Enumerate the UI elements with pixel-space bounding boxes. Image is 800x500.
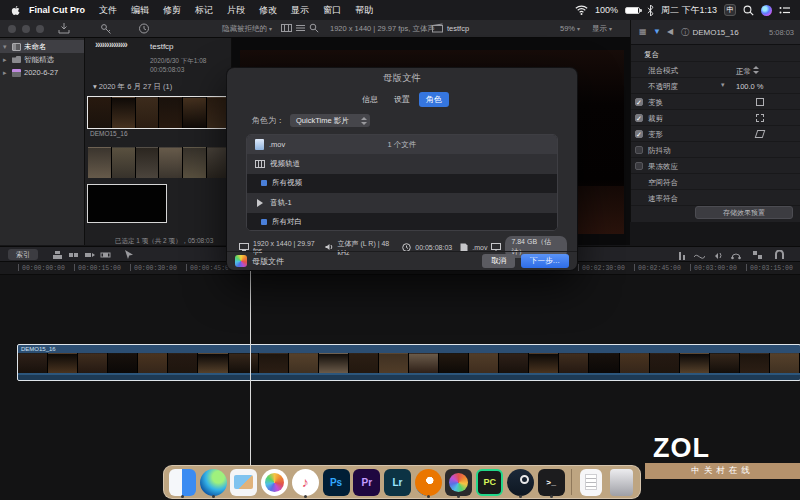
project-name[interactable]: testfcp <box>150 42 174 51</box>
effects-browser-icon[interactable] <box>752 250 764 260</box>
role-row[interactable]: .mov 1 个文件 <box>247 135 557 154</box>
role-row[interactable]: 所有视频 <box>247 174 557 193</box>
list-view-icon[interactable] <box>295 23 306 33</box>
clock[interactable]: 周二 下午1:13 <box>661 4 717 17</box>
transform-icon[interactable] <box>756 98 764 106</box>
dialog-tab-角色[interactable]: 角色 <box>419 92 449 107</box>
checkbox[interactable]: ✓ <box>635 114 643 122</box>
overwrite-clip-icon[interactable]: ▾ <box>100 250 112 260</box>
notification-center-icon[interactable] <box>779 6 790 15</box>
dock-item-steam[interactable] <box>506 466 535 498</box>
menu-item-4[interactable]: 片段 <box>220 4 252 17</box>
checkbox[interactable]: ✓ <box>635 130 643 138</box>
menu-item-0[interactable]: 文件 <box>92 4 124 17</box>
disclosure-icon[interactable]: ▾ <box>3 43 9 51</box>
battery-icon[interactable] <box>625 7 640 14</box>
dock-item-blender[interactable] <box>414 466 443 498</box>
menu-item-2[interactable]: 修剪 <box>156 4 188 17</box>
checkbox[interactable]: ✓ <box>635 98 643 106</box>
solo-icon[interactable] <box>730 250 742 260</box>
role-row[interactable]: 音轨-1 <box>247 193 557 212</box>
checkbox[interactable] <box>635 146 643 154</box>
dock-item-edge[interactable] <box>199 466 228 498</box>
dock-item-preview[interactable] <box>229 466 258 498</box>
audio-meters-icon[interactable] <box>676 250 688 260</box>
save-effects-preset-button[interactable]: 存储效果预置 <box>695 206 793 219</box>
crop-icon[interactable] <box>756 114 764 122</box>
roles-as-select[interactable]: QuickTime 影片 <box>290 114 370 127</box>
bluetooth-icon[interactable] <box>647 5 654 16</box>
app-menu[interactable]: Final Cut Pro <box>27 5 92 15</box>
menu-item-8[interactable]: 帮助 <box>348 4 380 17</box>
inspector-row[interactable]: ✓裁剪 <box>631 110 800 126</box>
opacity-value[interactable]: 100.0 % <box>736 82 764 91</box>
menu-item-6[interactable]: 显示 <box>284 4 316 17</box>
inspector-row[interactable]: 速率符合 <box>631 190 800 206</box>
inspector-row[interactable]: 空间符合 <box>631 174 800 190</box>
tools-menu-icon[interactable]: ▾ <box>124 250 136 260</box>
dock-item-photoshop[interactable]: Ps <box>322 466 351 498</box>
audio-skimming-icon[interactable] <box>712 250 724 260</box>
wifi-icon[interactable] <box>575 5 588 15</box>
disclosure-icon[interactable]: ▸ <box>3 56 9 64</box>
inspector-row[interactable]: 防抖动 <box>631 142 800 158</box>
window-close-button[interactable] <box>8 25 16 33</box>
cancel-button[interactable]: 取消 <box>482 254 515 268</box>
inspector-row[interactable]: 果冻效应 <box>631 158 800 174</box>
viewer-zoom-dropdown[interactable]: 59% ▾ <box>560 24 580 33</box>
menu-item-1[interactable]: 编辑 <box>124 4 156 17</box>
apple-menu-icon[interactable] <box>10 5 21 16</box>
media-import-icon[interactable] <box>58 23 70 34</box>
dock-item-lightroom[interactable]: Lr <box>383 466 412 498</box>
siri-icon[interactable] <box>761 5 772 16</box>
dock-item-photos[interactable] <box>260 466 289 498</box>
snapping-icon[interactable] <box>774 250 786 260</box>
skimming-icon[interactable] <box>694 250 706 260</box>
sidebar-item-2[interactable]: ▸ 2020-6-27 <box>0 66 84 79</box>
connect-clip-icon[interactable] <box>52 250 64 260</box>
timeline-clip[interactable]: DEMO15_16 <box>18 345 800 380</box>
distort-icon[interactable] <box>755 130 766 138</box>
inspector-row[interactable]: ✓变形 <box>631 126 800 142</box>
dock-item-document[interactable] <box>577 466 606 498</box>
playhead[interactable] <box>250 262 251 466</box>
dock-item-finder[interactable] <box>168 466 197 498</box>
dock-item-music[interactable]: ♪ <box>291 466 320 498</box>
index-button[interactable]: 索引 <box>8 249 38 260</box>
role-row[interactable]: 视频轨道 <box>247 154 557 173</box>
event-group-header[interactable]: ▾ 2020 年 6 月 27 日 (1) <box>93 82 172 92</box>
dialog-tab-信息[interactable]: 信息 <box>355 92 385 107</box>
browser-clip-filmstrip-row2[interactable] <box>88 147 231 178</box>
inspector-row[interactable]: 不透明度▾100.0 % <box>631 78 800 94</box>
browser-search-icon[interactable] <box>309 23 320 33</box>
keyword-editor-icon[interactable] <box>100 23 112 34</box>
menu-item-3[interactable]: 标记 <box>188 4 220 17</box>
browser-clip-black-segment[interactable] <box>88 185 166 222</box>
dock-item-terminal[interactable]: >_ <box>537 466 566 498</box>
filter-dropdown[interactable]: 隐藏被拒绝的 ▾ <box>222 24 272 34</box>
filmstrip-view-icon[interactable] <box>281 23 292 33</box>
checkbox[interactable] <box>635 162 643 170</box>
viewer-view-menu[interactable]: 显示 ▾ <box>592 24 612 34</box>
disclosure-icon[interactable]: ▸ <box>3 69 9 77</box>
search-icon[interactable] <box>743 5 754 16</box>
window-zoom-button[interactable] <box>36 25 44 33</box>
dock-item-pycharm[interactable]: PC <box>475 466 504 498</box>
dialog-tab-设置[interactable]: 设置 <box>387 92 417 107</box>
opacity-slider[interactable]: ▾ <box>721 81 725 89</box>
insert-clip-icon[interactable] <box>68 250 80 260</box>
menu-item-7[interactable]: 窗口 <box>316 4 348 17</box>
inspector-row[interactable]: 混合模式正常 <box>631 62 800 78</box>
browser-clip-filmstrip-row1[interactable] <box>88 97 231 128</box>
dock-item-premiere[interactable]: Pr <box>352 466 381 498</box>
dock-item-final-cut-pro[interactable] <box>445 466 474 498</box>
window-minimize-button[interactable] <box>22 25 30 33</box>
menu-item-5[interactable]: 修改 <box>252 4 284 17</box>
sidebar-item-0[interactable]: ▾ 未命名 <box>0 40 84 53</box>
dock-item-trash[interactable] <box>607 466 636 498</box>
background-tasks-icon[interactable] <box>138 23 150 34</box>
sidebar-item-1[interactable]: ▸ 智能精选 <box>0 53 84 66</box>
input-source-icon[interactable]: 中 <box>724 4 736 16</box>
inspector-row[interactable]: ✓变换 <box>631 94 800 110</box>
next-button[interactable]: 下一步… <box>521 254 569 268</box>
